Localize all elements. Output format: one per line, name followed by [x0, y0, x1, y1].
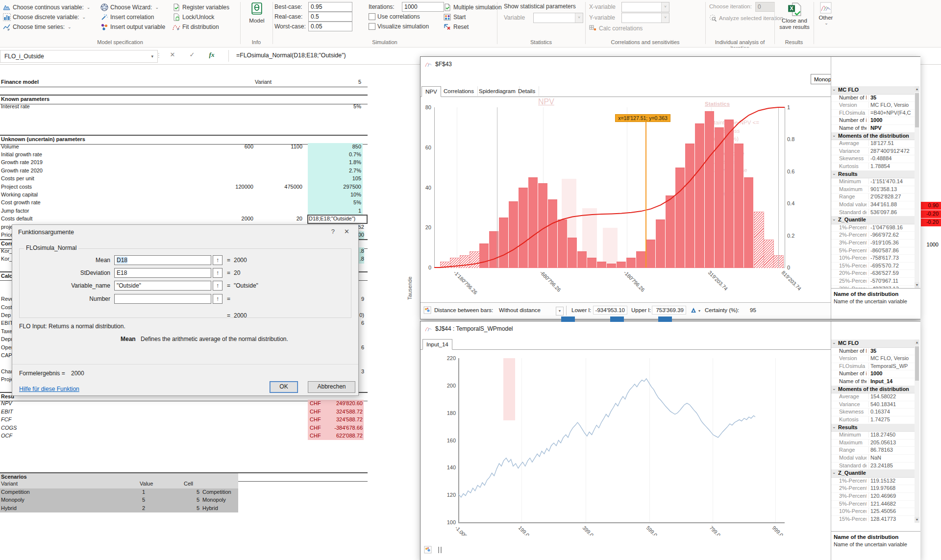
chevron-down-icon[interactable]: ▾: [556, 307, 564, 316]
stat-value: 1.74275: [868, 416, 915, 422]
scroll-up-icon[interactable]: ▲: [915, 340, 919, 345]
histogram-bar: [685, 144, 694, 268]
cell-value: 1: [308, 207, 363, 215]
resize-grip[interactable]: [438, 547, 439, 553]
panel-stat-row: Range86.78163: [831, 446, 915, 455]
panel-stat-row: Modal valueNaN: [831, 454, 915, 463]
percentile-limit-line: [778, 107, 779, 268]
ok-button[interactable]: OK: [270, 381, 298, 393]
stat-label: 5%-Percentil: [839, 501, 867, 507]
chevron-down-icon[interactable]: ⌄: [832, 217, 836, 221]
slider-segment[interactable]: [610, 317, 624, 322]
cell-label: Monopoly: [1, 497, 25, 503]
chevron-down-icon[interactable]: ⌄: [832, 424, 836, 429]
x-tick-label: 399.000: [581, 525, 598, 536]
tab-details[interactable]: Details: [515, 86, 539, 96]
scroll-down-icon[interactable]: ▼: [915, 282, 919, 288]
equals-sign: =: [227, 269, 230, 276]
y2-tick-label: 0: [787, 265, 790, 270]
panel-stat-row: 20%-Percent-636'527.59: [831, 269, 915, 278]
other-button[interactable]: Other ⌄: [815, 2, 837, 25]
stat-value: 1000: [868, 117, 915, 123]
stat-label: Number of bi: [839, 95, 867, 100]
stat-value: 120.46969: [868, 493, 915, 499]
slider-segment[interactable]: [658, 317, 672, 322]
cell-label: Growth rate 2020: [1, 168, 43, 173]
help-link[interactable]: Hilfe für diese Funktion: [19, 386, 79, 392]
cancel-button[interactable]: Abbrechen: [308, 381, 355, 393]
scroll-down-icon[interactable]: ▼: [915, 517, 919, 523]
close-icon[interactable]: ✕: [344, 228, 349, 235]
variable-dropdown[interactable]: ˅: [533, 13, 583, 23]
slider-segment[interactable]: [561, 317, 575, 322]
y-variable-dropdown[interactable]: ˅: [621, 13, 669, 23]
histogram-bar: [479, 243, 489, 268]
x-variable-dropdown[interactable]: ˅: [621, 2, 669, 12]
help-icon[interactable]: ?: [331, 228, 335, 235]
stat-value: 540.18341: [868, 401, 915, 407]
panel-stat-row: Kurtosis1.78854: [831, 163, 915, 171]
panel-stat-row: Number of ite1000: [831, 117, 915, 125]
sheet-row: Project costs120000475000297500: [0, 183, 368, 191]
close-and-save-results-button[interactable]: X Close andsave results: [776, 2, 813, 30]
argument-label: Variable_name: [22, 282, 110, 289]
chevron-down-icon[interactable]: ⌄: [832, 340, 836, 345]
resize-grip[interactable]: [441, 547, 442, 553]
lower-limit-input[interactable]: -934'953.10: [593, 306, 627, 315]
panel-scrollbar[interactable]: ▲ ▼: [915, 340, 919, 523]
calc-correlations-button[interactable]: Calc correlations: [589, 24, 643, 33]
range-picker-button[interactable]: ↑: [213, 294, 223, 304]
histogram-bar: [695, 123, 704, 268]
upper-limit-input[interactable]: 753'369.39: [652, 306, 686, 315]
svg-text:X: X: [790, 5, 794, 11]
argument-input[interactable]: [114, 294, 211, 304]
cell-value[interactable]: D18;E18;"Outside"): [308, 215, 367, 223]
histogram-bar: [754, 212, 764, 268]
chevron-down-icon[interactable]: ⌄: [832, 87, 836, 92]
result-cell: CHF324'588.72: [308, 408, 364, 416]
scroll-up-icon[interactable]: ▲: [915, 86, 919, 92]
tab-npv[interactable]: NPV: [421, 86, 441, 97]
histogram-bar: [460, 255, 470, 268]
sheet-row: Costs default200020D18;E18;"Outside"): [0, 215, 368, 223]
histogram-bar: [577, 251, 587, 268]
distance-dropdown[interactable]: Without distance: [499, 307, 541, 313]
chevron-down-icon[interactable]: ⌄: [832, 133, 836, 138]
argument-input[interactable]: "Outside": [114, 281, 211, 291]
tab-input-14[interactable]: Input_14: [422, 339, 452, 350]
reset-button[interactable]: Reset: [444, 22, 469, 31]
certainty-marker-icon[interactable]: [690, 307, 697, 314]
chevron-down-icon[interactable]: ⌄: [832, 171, 836, 176]
panel-stat-row: Average18'127.51: [831, 140, 915, 148]
analyze-selected-iteration-button[interactable]: Analyze selected iteration: [709, 13, 783, 23]
histogram-bar: [587, 258, 596, 268]
start-button[interactable]: Start: [444, 12, 466, 22]
iteration-marker-line[interactable]: [645, 115, 646, 268]
range-picker-button[interactable]: ↑: [213, 281, 223, 291]
chevron-down-icon[interactable]: ⌄: [832, 386, 836, 391]
tab-spiderdiagram[interactable]: Spiderdiagram: [475, 86, 520, 96]
range-picker-button[interactable]: ↑: [213, 268, 223, 278]
currency-label: CHF: [310, 425, 321, 431]
sheet-row: Cost growth rate5%: [0, 199, 368, 207]
chevron-down-icon[interactable]: ⌄: [832, 470, 836, 475]
argument-input[interactable]: E18: [114, 268, 211, 278]
multiple-simulation-button[interactable]: Multiple simulation: [444, 2, 502, 12]
cell-label: Hybrid: [1, 505, 17, 511]
chevron-down-icon: ˅: [575, 13, 583, 23]
panel-scrollbar[interactable]: ▲ ▼: [915, 86, 919, 288]
stat-label: 2%-Percentil: [839, 232, 867, 238]
panel-stat-row: Skewness-0.48884: [831, 155, 915, 163]
calc-correlations-icon: [589, 24, 597, 32]
sheet-row: Monopoly55Monopoly: [0, 496, 368, 504]
certainty-value[interactable]: 95: [750, 307, 756, 313]
cell-label: Taxe: [1, 328, 12, 334]
result-cell: CHF622'088.72: [308, 432, 364, 440]
stat-label: 1%-Percentil: [839, 478, 867, 484]
stat-label: Standard dev: [839, 463, 867, 468]
panel-stat-row: Number of bi35: [831, 347, 915, 356]
choose-iteration-input[interactable]: 0: [755, 2, 775, 12]
tab-correlations[interactable]: Correlations: [440, 86, 478, 96]
argument-input[interactable]: D18: [114, 255, 211, 265]
range-picker-button[interactable]: ↑: [213, 255, 223, 265]
